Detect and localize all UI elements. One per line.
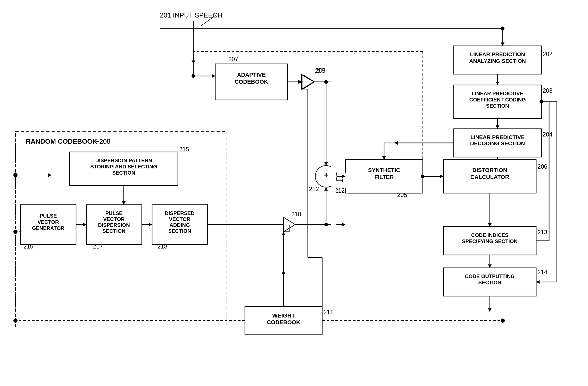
svg-text:SECTION: SECTION bbox=[478, 280, 501, 285]
random-codebook-label: RANDOM CODEBOOK bbox=[26, 138, 97, 145]
svg-text:218: 218 bbox=[158, 243, 167, 250]
svg-text:SECTION: SECTION bbox=[112, 170, 135, 176]
svg-text:DISPERSED: DISPERSED bbox=[165, 210, 195, 216]
svg-text:212: 212 bbox=[309, 186, 319, 192]
svg-text:213: 213 bbox=[537, 229, 547, 236]
svg-text:FILTER: FILTER bbox=[374, 174, 394, 180]
svg-text:ADAPTIVE: ADAPTIVE bbox=[237, 72, 266, 78]
svg-text:VECTOR: VECTOR bbox=[38, 219, 59, 225]
svg-text:SECTION: SECTION bbox=[103, 228, 126, 234]
svg-text:DECODING SECTION: DECODING SECTION bbox=[470, 140, 525, 146]
svg-text:STORING AND SELECTING: STORING AND SELECTING bbox=[90, 164, 157, 169]
svg-text:DISTORTION: DISTORTION bbox=[472, 167, 507, 173]
svg-text:PULSE: PULSE bbox=[105, 210, 123, 216]
svg-text:ADDING: ADDING bbox=[170, 222, 190, 228]
svg-text:217: 217 bbox=[93, 243, 103, 250]
diagram-container: 201 INPUT SPEECH LINEAR PREDICTION ANALY… bbox=[0, 0, 588, 386]
svg-point-106 bbox=[501, 319, 505, 323]
svg-text:LINEAR PREDICTIVE: LINEAR PREDICTIVE bbox=[470, 134, 525, 140]
svg-point-129 bbox=[343, 169, 366, 192]
svg-text:207: 207 bbox=[228, 56, 238, 63]
svg-text:WEIGHT: WEIGHT bbox=[272, 312, 295, 319]
svg-text:205: 205 bbox=[397, 192, 407, 198]
svg-text:GENERATOR: GENERATOR bbox=[32, 225, 64, 231]
svg-text:PULSE: PULSE bbox=[40, 213, 57, 219]
svg-text:VECTOR: VECTOR bbox=[169, 216, 191, 222]
svg-text:VECTOR: VECTOR bbox=[103, 216, 125, 222]
svg-text:202: 202 bbox=[543, 51, 552, 57]
svg-text:SYNTHETIC: SYNTHETIC bbox=[368, 167, 400, 173]
svg-text:214: 214 bbox=[537, 269, 548, 276]
svg-text:203: 203 bbox=[543, 87, 552, 94]
svg-text:204: 204 bbox=[543, 131, 553, 138]
svg-text:SECTION: SECTION bbox=[168, 228, 191, 234]
svg-text:206: 206 bbox=[537, 163, 547, 170]
svg-text:211: 211 bbox=[324, 309, 333, 315]
svg-text:215: 215 bbox=[179, 146, 189, 153]
svg-text:CODEBOOK: CODEBOOK bbox=[235, 79, 268, 85]
lp-analyzing-label: LINEAR PREDICTION bbox=[470, 51, 525, 57]
svg-text:LINEAR PREDICTIVE: LINEAR PREDICTIVE bbox=[472, 91, 523, 96]
svg-text:ANALYZING SECTION: ANALYZING SECTION bbox=[469, 58, 526, 64]
svg-rect-133 bbox=[331, 79, 336, 233]
svg-text:DISPERSION: DISPERSION bbox=[98, 222, 130, 228]
svg-text:~208: ~208 bbox=[95, 138, 111, 145]
svg-text:+: + bbox=[324, 170, 329, 179]
svg-text:CODE INDICES: CODE INDICES bbox=[471, 232, 508, 238]
svg-text:SECTION: SECTION bbox=[486, 103, 509, 109]
svg-text:209: 209 bbox=[315, 67, 325, 74]
svg-text:CALCULATOR: CALCULATOR bbox=[470, 174, 509, 180]
svg-text:DISPERSION PATTERN: DISPERSION PATTERN bbox=[95, 158, 152, 163]
input-speech-label: 201 INPUT SPEECH bbox=[160, 11, 222, 19]
svg-point-162 bbox=[540, 100, 543, 104]
svg-text:210: 210 bbox=[291, 211, 301, 218]
svg-text:216: 216 bbox=[23, 243, 33, 250]
svg-text:COEFFICIENT CODING: COEFFICIENT CODING bbox=[469, 97, 526, 102]
svg-text:SPECIFYING SECTION: SPECIFYING SECTION bbox=[462, 238, 518, 244]
svg-text:CODEBOOK: CODEBOOK bbox=[267, 319, 300, 325]
svg-text:CODE OUTPUTTING: CODE OUTPUTTING bbox=[465, 273, 515, 279]
